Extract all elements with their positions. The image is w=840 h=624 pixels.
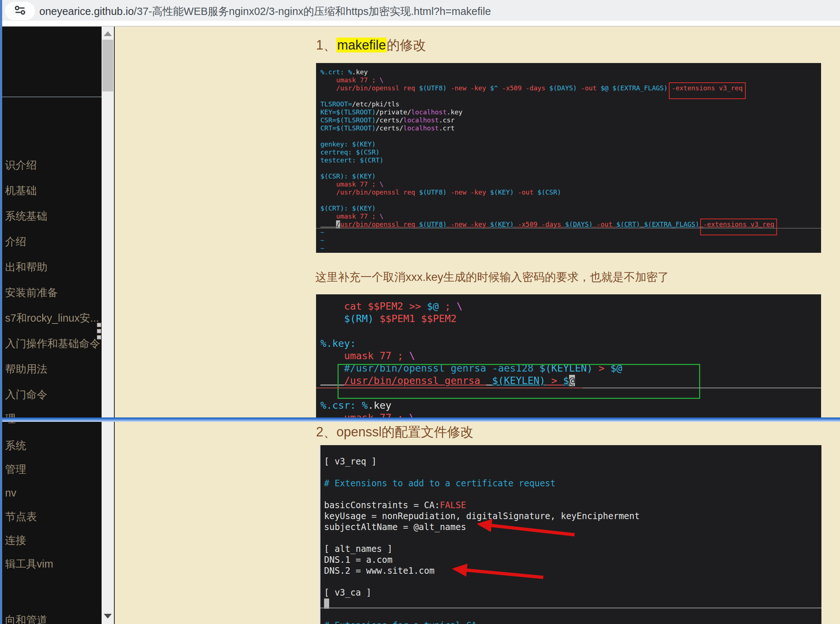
code-line: basicConstraints = CA:FALSE — [324, 500, 822, 511]
code-line: subjectAltName = @alt_names — [324, 522, 822, 533]
sidebar-divider — [2, 97, 102, 97]
browser-window: oneyearice.github.io/37-高性能WEB服务nginx02/… — [0, 0, 840, 624]
tune-icon — [13, 3, 27, 19]
sidebar-item[interactable]: 入门命令 — [5, 389, 47, 400]
code-line: genkey: $(KEY) — [321, 140, 821, 148]
code-line: # Extensions for a typical CA — [324, 620, 822, 624]
code-line: CSR=$(TLSROOT)/certs/localhost.csr — [321, 116, 821, 124]
code-line — [321, 325, 821, 337]
code-line: [ v3_req ] — [324, 456, 822, 467]
sidebar-item[interactable]: 辑工具vim — [5, 558, 53, 570]
sidebar-item[interactable]: 向和管道 — [5, 614, 47, 624]
code-block-genrsa: cat $$PEM2 >> $@ ; \ $(RM) $$PEM1 $$PEM2… — [316, 294, 821, 420]
scrollbar-thumb[interactable] — [102, 40, 113, 91]
sidebar-item[interactable]: 连接 — [5, 534, 26, 546]
vim-cursorline-underline — [316, 388, 583, 388]
code-line: /usr/bin/openssl req $(UTF8) -new -key $… — [321, 188, 821, 196]
code-block-makefile: %.crt: %.key umask 77 ; \ /usr/bin/opens… — [316, 63, 821, 253]
code-line — [324, 489, 822, 500]
code-line: CRT=$(TLSROOT)/certs/localhost.crt — [321, 124, 821, 132]
scroll-down-arrow-icon[interactable] — [104, 614, 112, 619]
code-line: testcert: $(CRT) — [321, 156, 821, 164]
code-line: cat $$PEM2 >> $@ ; \ — [321, 300, 821, 312]
code-line — [321, 132, 821, 140]
toolbar-border — [0, 26, 840, 26]
code-line: keyUsage = nonRepudiation, digitalSignat… — [324, 511, 822, 522]
sidebar-item[interactable]: 节点表 — [5, 511, 37, 522]
window-edge — [0, 0, 2, 624]
url-path: /37-高性能WEB服务nginx02/3-nginx的压缩和https加密实现… — [134, 5, 491, 17]
code-line: certreq: $(CSR) — [321, 148, 821, 156]
code-line: %.csr: %.key — [321, 399, 821, 412]
code-line: DNS.1 = a.com — [324, 554, 822, 565]
search-highlight: makefile — [336, 37, 387, 53]
sidebar-resize-handle[interactable] — [97, 323, 101, 340]
window-seam-line — [0, 417, 840, 422]
code-line: umask 77 ; \ — [321, 180, 821, 188]
url-domain: oneyearice.github.io — [39, 5, 134, 17]
code-line: [ alt_names ] — [324, 544, 822, 554]
code-line: DNS.2 = www.site1.com — [324, 565, 822, 576]
sidebar-item[interactable]: 识介绍 — [5, 159, 37, 171]
code-line — [321, 196, 821, 204]
code-line — [324, 533, 822, 544]
code-line — [324, 576, 822, 587]
code-line: umask 77 ; \ — [321, 76, 821, 84]
code-line: $(RM) $$PEM1 $$PEM2 — [321, 312, 821, 325]
sidebar-item[interactable]: 机基础 — [5, 185, 37, 196]
sidebar-item[interactable]: 系统基础 — [5, 210, 47, 222]
code-line — [324, 609, 822, 620]
green-annotation-box — [338, 364, 700, 399]
section-heading-2: 2、openssl的配置文件修改 — [316, 423, 473, 441]
sidebar-item[interactable]: 入门操作和基础命令 — [5, 338, 100, 349]
vim-cursorline-underline — [321, 608, 822, 609]
code-line: %.key: — [321, 337, 821, 350]
code-line: $(CSR): $(KEY) — [321, 172, 821, 180]
code-line: ~ — [321, 244, 821, 252]
code-line: [ v3_ca ] — [324, 587, 822, 598]
sidebar-item[interactable]: 出和帮助 — [5, 261, 47, 273]
sidebar-item[interactable]: 系统 — [5, 440, 26, 451]
code-line: /usr/bin/openssl req $(UTF8) -new -key $… — [321, 84, 821, 92]
sidebar-item[interactable]: 帮助用法 — [5, 363, 47, 375]
code-line: KEY=$(TLSROOT)/private/localhost.key — [321, 108, 821, 116]
scroll-up-arrow-icon[interactable] — [104, 31, 112, 36]
code-line — [321, 164, 821, 172]
browser-toolbar: oneyearice.github.io/37-高性能WEB服务nginx02/… — [0, 0, 840, 21]
code-line: $(CRT): $(KEY) — [321, 204, 821, 212]
code-line — [324, 467, 822, 478]
sidebar-item[interactable]: 介绍 — [5, 236, 26, 247]
sidebar-nav: 识介绍机基础系统基础介绍出和帮助安装前准备s7和rocky_linux安...入… — [2, 26, 102, 624]
sidebar-item[interactable]: 安装前准备 — [5, 287, 58, 298]
code-block-openssl-cnf: [ v3_req ]# Extensions to add to a certi… — [319, 445, 822, 624]
code-line — [321, 92, 821, 100]
site-info-button[interactable] — [5, 2, 35, 20]
sidebar-item[interactable]: nv — [5, 487, 16, 499]
vim-cursorline-underline — [583, 388, 821, 388]
code-line: /usr/bin/openssl req $(UTF8) -new -key $… — [321, 220, 821, 229]
sidebar-item[interactable]: s7和rocky_linux安... — [5, 312, 99, 324]
code-line: # Extensions to add to a certificate req… — [324, 478, 822, 489]
toolbar-lower-strip — [0, 21, 840, 26]
code-line: TLSROOT=/etc/pki/tls — [321, 100, 821, 108]
code-line: %.crt: %.key — [321, 68, 821, 76]
section-heading-1: 1、makefile的修改 — [316, 36, 426, 54]
sidebar-item[interactable]: 管理 — [5, 463, 26, 475]
url-bar[interactable]: oneyearice.github.io/37-高性能WEB服务nginx02/… — [39, 5, 491, 19]
body-paragraph: 这里补充一个取消xxx.key生成的时候输入密码的要求，也就是不加密了 — [315, 270, 669, 285]
sidebar-scrollbar[interactable] — [102, 26, 114, 624]
code-line: umask 77 ; \ — [321, 350, 821, 362]
code-line: ~ — [321, 236, 821, 244]
